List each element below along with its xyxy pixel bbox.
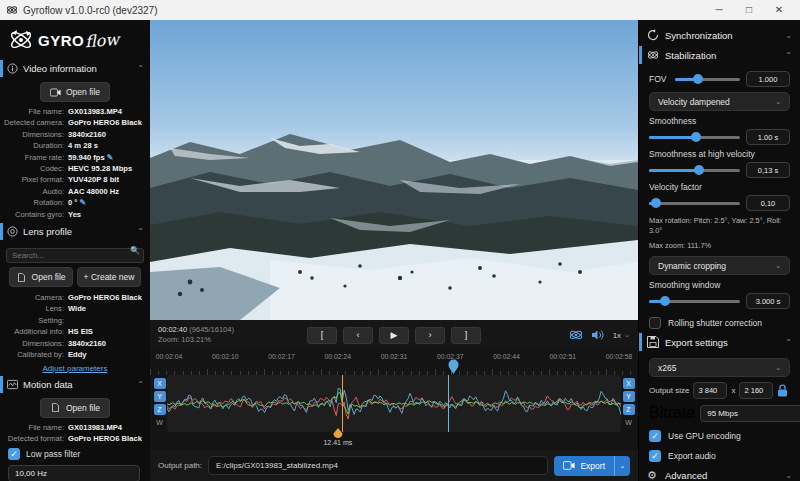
velocity-factor-slider[interactable] <box>649 198 740 208</box>
axis-y-button[interactable]: Y <box>623 391 635 402</box>
logo-text-gyro: GYRO <box>38 32 84 49</box>
gyro-chart-zone: X Y Z W X Y Z W <box>150 375 638 432</box>
volume-icon[interactable] <box>591 329 605 341</box>
slider-knob[interactable] <box>693 74 703 84</box>
info-row: Audio:AAC 48000 Hz <box>0 186 150 197</box>
smoothness-slider[interactable] <box>649 132 740 142</box>
lens-search-input[interactable] <box>6 248 144 263</box>
video-open-file-button[interactable]: Open file <box>40 82 110 102</box>
chevron-up-icon: ⌃ <box>785 338 792 347</box>
low-pass-frequency-input[interactable] <box>8 465 140 481</box>
section-export-settings[interactable]: Export settings ⌃ <box>639 333 800 351</box>
axis-buttons-right: X Y Z W <box>621 375 636 432</box>
maximize-button[interactable]: □ <box>734 0 764 20</box>
fov-value[interactable]: 1.000 <box>746 71 790 87</box>
chevron-up-icon[interactable]: ⌃ <box>137 64 144 73</box>
axis-w-button[interactable]: W <box>623 417 635 428</box>
bitrate-input[interactable] <box>700 405 800 422</box>
section-title: Export settings <box>665 337 785 348</box>
close-button[interactable]: ✕ <box>764 0 794 20</box>
export-label: Export <box>580 461 605 471</box>
export-button[interactable]: Export <box>554 456 614 476</box>
axis-z-button[interactable]: Z <box>154 404 166 415</box>
output-bar: Output path: Export ⌄ <box>150 450 638 481</box>
chevron-down-icon: ⌄ <box>624 331 630 339</box>
next-frame-button[interactable]: › <box>415 327 445 344</box>
cropping-mode-dropdown[interactable]: Dynamic cropping ⌄ <box>649 256 790 275</box>
current-time: 00:02:40 <box>158 325 187 334</box>
video-preview[interactable] <box>150 20 638 320</box>
motion-open-file-button[interactable]: Open file <box>40 398 110 418</box>
section-title: Advanced <box>665 470 785 481</box>
low-pass-filter-checkbox[interactable]: ✓ <box>8 448 20 460</box>
sync-point-line[interactable] <box>342 375 343 432</box>
gpu-encoding-checkbox[interactable]: ✓ <box>649 430 661 442</box>
export-audio-checkbox[interactable]: ✓ <box>649 450 661 462</box>
smoothness-value[interactable]: 1.00 s <box>746 129 790 145</box>
playhead-marker[interactable] <box>448 359 459 375</box>
axis-w-button[interactable]: W <box>154 417 166 428</box>
slider-knob[interactable] <box>691 132 701 142</box>
output-path-input[interactable] <box>208 456 548 475</box>
sync-strip: 12.41 ms <box>150 432 638 450</box>
slider-knob[interactable] <box>660 296 670 306</box>
section-motion-data[interactable]: Motion data ⌃ <box>0 376 150 393</box>
output-size-label: Output size <box>649 386 689 395</box>
output-height-input[interactable] <box>739 382 773 399</box>
minimize-button[interactable]: ─ <box>704 0 734 20</box>
edit-pencil-icon[interactable]: ✎ <box>79 198 86 207</box>
lens-row: Lens:Wide <box>0 303 150 314</box>
chevron-up-icon[interactable]: ⌃ <box>137 227 144 236</box>
chevron-down-icon: ⌄ <box>775 262 781 270</box>
lens-create-new-button[interactable]: + Create new <box>77 267 142 287</box>
section-advanced[interactable]: ⚙ Advanced ⌄ <box>639 466 800 481</box>
axis-x-button[interactable]: X <box>154 378 166 389</box>
rolling-shutter-checkbox[interactable] <box>649 317 661 329</box>
chevron-up-icon[interactable]: ⌃ <box>137 380 144 389</box>
velocity-factor-value[interactable]: 0,10 <box>746 195 790 211</box>
export-audio-label: Export audio <box>668 451 716 461</box>
smoothness-high-velocity-slider[interactable] <box>649 165 740 175</box>
section-video-information[interactable]: Video information ⌃ <box>0 60 150 77</box>
search-icon: 🔍 <box>130 246 140 255</box>
sync-point-handle[interactable] <box>333 428 343 439</box>
max-zoom-text: Max zoom: 111.7% <box>649 241 790 251</box>
playback-speed-dropdown[interactable]: 1x ⌄ <box>613 331 630 340</box>
section-lens-profile[interactable]: Lens profile ⌃ <box>0 223 150 240</box>
export-options-button[interactable]: ⌄ <box>614 456 630 476</box>
info-row: Frame rate:59.940 fps✎ <box>0 152 150 163</box>
lens-open-file-button[interactable]: Open file <box>9 267 73 287</box>
axis-x-button[interactable]: X <box>623 378 635 389</box>
prev-frame-button[interactable]: ‹ <box>343 327 373 344</box>
sync-offset-label: 12.41 ms <box>323 439 352 446</box>
app-icon <box>6 4 18 16</box>
slider-knob[interactable] <box>651 198 661 208</box>
trim-start-button[interactable]: [ <box>307 327 337 344</box>
codec-dropdown[interactable]: x265 ⌄ <box>649 358 790 377</box>
axis-z-button[interactable]: Z <box>623 404 635 415</box>
stabilization-body: FOV 1.000 Velocity dampened ⌄ Smoothness <box>639 64 800 329</box>
edit-pencil-icon[interactable]: ✎ <box>107 153 114 162</box>
zoom-level: Zoom: 103.21% <box>158 335 278 345</box>
section-title: Video information <box>23 63 137 74</box>
smoothing-window-slider[interactable] <box>649 296 740 306</box>
stabilization-toggle-icon[interactable] <box>569 329 583 341</box>
smoothing-method-dropdown[interactable]: Velocity dampened ⌄ <box>649 92 790 111</box>
tick-marks <box>150 368 638 375</box>
section-synchronization[interactable]: Synchronization ⌄ <box>639 26 800 44</box>
axis-y-button[interactable]: Y <box>154 391 166 402</box>
smoothness-high-velocity-value[interactable]: 0,13 s <box>746 162 790 178</box>
lock-ratio-icon[interactable] <box>777 384 788 397</box>
output-width-input[interactable] <box>693 382 727 399</box>
slider-knob[interactable] <box>694 165 704 175</box>
gear-icon: ⚙ <box>647 469 659 481</box>
section-stabilization[interactable]: Stabilization ⌃ <box>639 46 800 64</box>
gyro-chart[interactable] <box>167 375 621 432</box>
fov-slider[interactable] <box>675 74 740 84</box>
trim-end-button[interactable]: ] <box>451 327 481 344</box>
atom-icon <box>8 27 34 53</box>
adjust-parameters-link[interactable]: Adjust parameters <box>0 364 150 373</box>
smoothing-window-value[interactable]: 3.000 s <box>746 293 790 309</box>
timeline-ruler[interactable]: 00:02:0400:02:10 00:02:1700:02:24 00:02:… <box>150 350 638 375</box>
play-button[interactable]: ▶ <box>379 327 409 344</box>
